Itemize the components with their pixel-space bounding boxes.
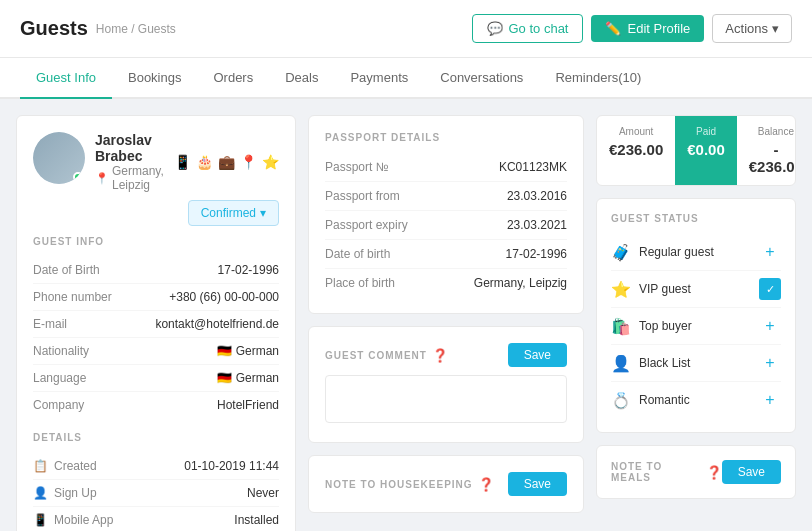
comment-textarea[interactable]: [325, 375, 567, 423]
passport-label: PASSPORT DETAILS: [325, 132, 567, 143]
header-right: 💬 Go to chat ✏️ Edit Profile Actions ▾: [472, 14, 793, 43]
profile-card: Jaroslav Brabec 📍 Germany, Leipzig 📱 🎂 💼: [16, 115, 296, 531]
actions-label: Actions: [725, 21, 768, 36]
field-language: Language 🇩🇪 German: [33, 365, 279, 392]
passport-from-field: Passport from 23.03.2016: [325, 182, 567, 211]
detail-created: 📋 Created 01-10-2019 11:44: [33, 453, 279, 480]
tab-guest-info[interactable]: Guest Info: [20, 58, 112, 99]
note-housekeeping-header: NOTE TO HOUSEKEEPING ❓ Save: [325, 472, 567, 496]
balance-balance-cell: Balance -€236.00: [737, 116, 796, 185]
confirmed-badge[interactable]: Confirmed ▾: [188, 200, 279, 226]
main-content: Jaroslav Brabec 📍 Germany, Leipzig 📱 🎂 💼: [0, 99, 812, 531]
vip-guest-check-button[interactable]: ✓: [759, 278, 781, 300]
field-company: Company HotelFriend: [33, 392, 279, 418]
mobile-icon: 📱: [33, 513, 48, 527]
tab-orders[interactable]: Orders: [197, 58, 269, 99]
avatar: [33, 132, 85, 184]
comment-header: GUEST COMMENT ❓ Save: [325, 343, 567, 367]
status-black-list: 👤 Black List +: [611, 345, 781, 382]
help-icon-meals: ❓: [706, 465, 722, 480]
guest-info-label: GUEST INFO: [33, 236, 279, 247]
star-vip-icon: ⭐: [611, 280, 631, 299]
note-meals-header: NOTE TO MEALS ❓ Save: [611, 460, 781, 484]
confirmed-label: Confirmed: [201, 206, 256, 220]
right-column: Amount €236.00 Paid €0.00 Balance -€236.…: [596, 115, 796, 531]
detail-signup: 👤 Sign Up Never: [33, 480, 279, 507]
chevron-down-icon: ▾: [772, 21, 779, 36]
regular-guest-add-button[interactable]: +: [759, 241, 781, 263]
guest-status-label: GUEST STATUS: [611, 213, 781, 224]
chat-icon: 💬: [487, 21, 503, 36]
details-label: DETAILS: [33, 432, 279, 443]
note-meals-card: NOTE TO MEALS ❓ Save: [596, 445, 796, 499]
left-column: Jaroslav Brabec 📍 Germany, Leipzig 📱 🎂 💼: [16, 115, 296, 531]
balance-value-text: -€236.00: [749, 141, 796, 175]
note-housekeeping-label: NOTE TO HOUSEKEEPING: [325, 479, 473, 490]
guest-comment-label: GUEST COMMENT: [325, 350, 427, 361]
flag-de-nationality: 🇩🇪: [217, 344, 232, 358]
actions-button[interactable]: Actions ▾: [712, 14, 792, 43]
amount-value: €236.00: [609, 141, 663, 158]
edit-profile-button[interactable]: ✏️ Edit Profile: [591, 15, 704, 42]
detail-mobile: 📱 Mobile App Installed: [33, 507, 279, 531]
housekeeping-save-button[interactable]: Save: [508, 472, 567, 496]
note-meals-label: NOTE TO MEALS: [611, 461, 701, 483]
star-icon: ⭐: [262, 154, 279, 170]
pin-icon: 📍: [95, 172, 109, 185]
tab-bookings[interactable]: Bookings: [112, 58, 197, 99]
tab-reminders[interactable]: Reminders(10): [539, 58, 657, 99]
guest-info-fields: Date of Birth 17-02-1996 Phone number +3…: [33, 257, 279, 418]
passport-number-field: Passport № KC01123MK: [325, 153, 567, 182]
romantic-add-button[interactable]: +: [759, 389, 781, 411]
comment-save-button[interactable]: Save: [508, 343, 567, 367]
field-phone: Phone number +380 (66) 00-00-000: [33, 284, 279, 311]
tab-conversations[interactable]: Conversations: [424, 58, 539, 99]
balance-paid-cell: Paid €0.00: [675, 116, 737, 185]
online-indicator: [73, 172, 83, 182]
go-to-chat-label: Go to chat: [509, 21, 569, 36]
flag-de-language: 🇩🇪: [217, 371, 232, 385]
bag-icon: 💼: [218, 154, 235, 170]
field-dob: Date of Birth 17-02-1996: [33, 257, 279, 284]
paid-value: €0.00: [687, 141, 725, 158]
romantic-icon: 💍: [611, 391, 631, 410]
user-icon: 👤: [33, 486, 48, 500]
app-container: Guests Home / Guests 💬 Go to chat ✏️ Edi…: [0, 0, 812, 531]
field-email: E-mail kontakt@hotelfriend.de: [33, 311, 279, 338]
header-left: Guests Home / Guests: [20, 17, 176, 40]
tabs-bar: Guest Info Bookings Orders Deals Payment…: [0, 58, 812, 99]
black-list-add-button[interactable]: +: [759, 352, 781, 374]
balance-amount-cell: Amount €236.00: [597, 116, 675, 185]
page-title: Guests: [20, 17, 88, 40]
tab-payments[interactable]: Payments: [334, 58, 424, 99]
balance-label-text: Balance: [749, 126, 796, 137]
help-icon: ❓: [432, 348, 448, 363]
guest-comment-card: GUEST COMMENT ❓ Save: [308, 326, 584, 443]
go-to-chat-button[interactable]: 💬 Go to chat: [472, 14, 584, 43]
guest-name: Jaroslav Brabec: [95, 132, 174, 164]
meals-save-button[interactable]: Save: [722, 460, 781, 484]
pencil-icon: ✏️: [605, 21, 621, 36]
middle-column: PASSPORT DETAILS Passport № KC01123MK Pa…: [308, 115, 584, 531]
amount-label: Amount: [609, 126, 663, 137]
passport-expiry-field: Passport expiry 23.03.2021: [325, 211, 567, 240]
details-section: DETAILS 📋 Created 01-10-2019 11:44 👤 Sig…: [33, 432, 279, 531]
shopping-icon: 🛍️: [611, 317, 631, 336]
passport-dob-field: Date of birth 17-02-1996: [325, 240, 567, 269]
breadcrumb: Home / Guests: [96, 22, 176, 36]
edit-profile-label: Edit Profile: [627, 21, 690, 36]
location-icon: 📍: [240, 154, 257, 170]
status-vip-guest: ⭐ VIP guest ✓: [611, 271, 781, 308]
passport-card: PASSPORT DETAILS Passport № KC01123MK Pa…: [308, 115, 584, 314]
top-buyer-add-button[interactable]: +: [759, 315, 781, 337]
clipboard-icon: 📋: [33, 459, 48, 473]
tab-deals[interactable]: Deals: [269, 58, 334, 99]
status-top-buyer: 🛍️ Top buyer +: [611, 308, 781, 345]
guest-status-card: GUEST STATUS 🧳 Regular guest + ⭐ VIP gue…: [596, 198, 796, 433]
profile-header-row: Jaroslav Brabec 📍 Germany, Leipzig 📱 🎂 💼: [33, 132, 279, 192]
blacklist-icon: 👤: [611, 354, 631, 373]
note-housekeeping-card: NOTE TO HOUSEKEEPING ❓ Save: [308, 455, 584, 513]
profile-icons-row: 📱 🎂 💼 📍 ⭐: [174, 154, 279, 170]
help-icon-housekeeping: ❓: [478, 477, 494, 492]
balance-card: Amount €236.00 Paid €0.00 Balance -€236.…: [596, 115, 796, 186]
